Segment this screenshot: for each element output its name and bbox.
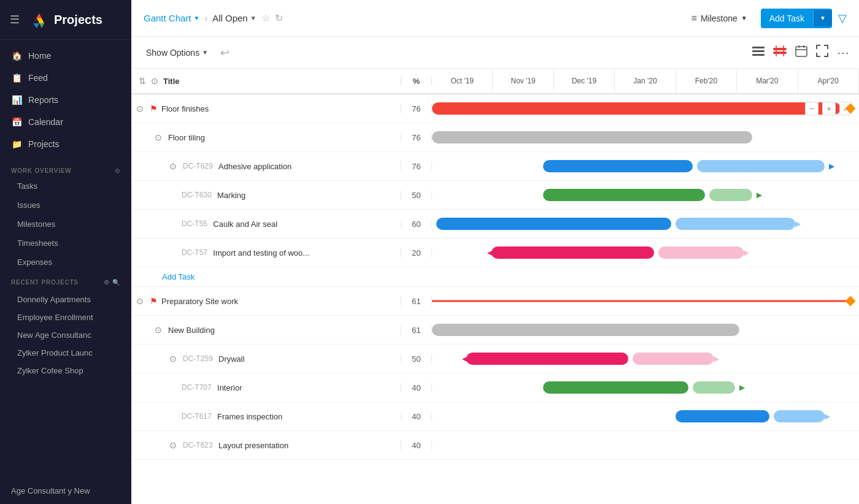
expand-view-icon[interactable] xyxy=(816,45,828,60)
gantt-chart-button[interactable]: Gantt Chart ▼ xyxy=(144,13,199,23)
projects-icon: 📁 xyxy=(11,139,22,149)
svg-rect-3 xyxy=(773,48,787,50)
row-bar: ◀ ▶ xyxy=(432,345,859,373)
nav-calendar[interactable]: 📅 Calendar xyxy=(0,111,131,133)
row-pct: 50 xyxy=(401,191,432,200)
toolbar: Show Options ▼ ↩ ⋯ xyxy=(131,37,859,69)
add-task-button[interactable]: Add Task ▼ xyxy=(761,9,832,28)
sidebar-item-milestones[interactable]: Milestones xyxy=(0,215,131,234)
add-task-row[interactable]: Add Task xyxy=(131,267,859,287)
row-title-new-building: ⊙ New Building xyxy=(131,325,401,335)
nav-projects-label: Projects xyxy=(28,139,60,149)
sidebar-item-expenses[interactable]: Expenses xyxy=(0,253,131,272)
milestone-icon: ≡ xyxy=(691,13,697,24)
flag-icon: ⚑ xyxy=(150,104,158,113)
reports-icon: 📊 xyxy=(11,95,22,105)
sort-icon[interactable]: ⇅ xyxy=(139,76,146,86)
expand-icon[interactable]: ⊙ xyxy=(169,161,179,171)
work-overview-icons: ⊙ xyxy=(115,167,120,174)
task-name: Frames inspection xyxy=(217,412,282,421)
work-overview-section: WORK OVERVIEW ⊙ xyxy=(0,160,131,177)
title-column-header: ⇅ ⊙ Title xyxy=(131,76,401,86)
main-nav: 🏠 Home 📋 Feed 📊 Reports 📅 Calendar 📁 Pro… xyxy=(0,40,131,160)
task-name: Layout presentation xyxy=(218,441,288,450)
expand-icon[interactable]: ⊙ xyxy=(136,104,146,113)
expand-icon[interactable]: ⊙ xyxy=(169,354,179,364)
nav-home[interactable]: 🏠 Home xyxy=(0,45,131,67)
nav-projects[interactable]: 📁 Projects xyxy=(0,133,131,155)
recent-projects-title: RECENT PROJECTS xyxy=(11,279,79,286)
row-bar: ◀ ▶ xyxy=(432,210,859,238)
nav-reports[interactable]: 📊 Reports xyxy=(0,89,131,111)
show-options-button[interactable]: Show Options ▼ xyxy=(141,45,213,60)
sidebar-bottom[interactable]: Age Consultant y New xyxy=(0,480,131,504)
home-icon: 🏠 xyxy=(11,51,22,61)
task-id: DC-T259 xyxy=(183,354,215,363)
project-employee[interactable]: Employee Enrollment xyxy=(0,308,131,326)
nav-calendar-label: Calendar xyxy=(28,117,63,127)
flag-icon: ⚑ xyxy=(150,296,158,306)
main-content: Gantt Chart ▼ › All Open ▼ ☆ ↻ ≡ Milesto… xyxy=(131,0,859,504)
project-zylker-product[interactable]: Zylker Product Launc xyxy=(0,344,131,362)
sidebar: ☰ Projects 🏠 Home 📋 Feed 📊 Reports 📅 Cal… xyxy=(0,0,131,504)
app-title: Projects xyxy=(54,13,102,27)
row-pct: 40 xyxy=(401,441,432,450)
critical-path-icon[interactable] xyxy=(773,45,787,59)
row-title-floor-tiling: ⊙ Floor tiling xyxy=(131,132,401,142)
refresh-icon[interactable]: ↻ xyxy=(275,12,283,24)
row-bar: ▶ xyxy=(432,373,859,402)
show-options-label: Show Options xyxy=(146,48,199,58)
row-pct: 61 xyxy=(401,326,432,335)
expand-icon[interactable]: ⊙ xyxy=(155,325,164,335)
toolbar-right: ⋯ xyxy=(752,45,849,60)
row-pct: 76 xyxy=(401,162,432,171)
task-name: Floor finishes xyxy=(161,104,209,113)
table-row: DC-T57 Import and testing of woo... 20 ◀… xyxy=(131,239,859,267)
task-id: DC-T629 xyxy=(183,162,215,170)
calendar-view-icon[interactable] xyxy=(795,45,807,60)
sidebar-item-timesheets[interactable]: Timesheets xyxy=(0,234,131,253)
all-open-chevron-icon: ▼ xyxy=(250,15,256,21)
more-options-icon[interactable]: ⋯ xyxy=(837,45,849,60)
collapse-rows-icon[interactable] xyxy=(752,45,765,59)
project-zylker-coffee[interactable]: Zylker Cofee Shop xyxy=(0,362,131,380)
nav-feed[interactable]: 📋 Feed xyxy=(0,67,131,89)
svg-rect-2 xyxy=(752,54,765,56)
svg-rect-0 xyxy=(752,47,765,48)
add-task-dropdown-icon[interactable]: ▼ xyxy=(813,10,832,26)
project-donnelly[interactable]: Donnelly Apartments xyxy=(0,291,131,308)
row-title-preparatory: ⊙ ⚑ Preparatory Site work xyxy=(131,296,401,306)
task-name: Preparatory Site work xyxy=(161,297,238,306)
all-open-label: All Open xyxy=(212,13,248,23)
pct-column-header: % xyxy=(401,77,432,86)
expand-icon[interactable]: ⊙ xyxy=(136,296,146,306)
svg-rect-4 xyxy=(773,52,787,54)
gantt-chevron-icon: ▼ xyxy=(194,15,200,21)
filter-icon[interactable]: ▽ xyxy=(838,12,847,25)
task-name: Caulk and Air seal xyxy=(213,220,277,229)
favorite-icon[interactable]: ☆ xyxy=(261,12,270,24)
row-pct: 60 xyxy=(401,220,432,229)
plus-button[interactable]: + xyxy=(822,102,836,115)
milestone-chevron-icon: ▼ xyxy=(741,15,747,21)
sidebar-item-tasks[interactable]: Tasks xyxy=(0,177,131,196)
search-icon[interactable]: 🔍 xyxy=(112,279,120,286)
gantt-header: ⇅ ⊙ Title % Oct '19 Nov '19 Dec '19 Jan … xyxy=(131,69,859,94)
expand-all-icon[interactable]: ⊙ xyxy=(151,76,158,86)
table-row: ⊙ DC-T623 Layout presentation 40 xyxy=(131,431,859,460)
row-bar: ▶ xyxy=(432,402,859,430)
milestone-button[interactable]: ≡ Milestone ▼ xyxy=(684,9,755,28)
filter-icon[interactable]: ⚙ xyxy=(104,279,110,286)
hamburger-icon[interactable]: ☰ xyxy=(10,13,20,26)
row-pct: 61 xyxy=(401,297,432,306)
expand-icon[interactable]: ⊙ xyxy=(169,440,179,450)
undo-icon[interactable]: ↩ xyxy=(220,46,229,59)
project-new-age[interactable]: New Age Consultanc xyxy=(0,326,131,344)
topbar-left: Gantt Chart ▼ › All Open ▼ ☆ ↻ xyxy=(144,12,677,24)
expand-icon[interactable]: ⊙ xyxy=(155,132,164,142)
sidebar-item-issues[interactable]: Issues xyxy=(0,196,131,215)
minus-button[interactable]: − xyxy=(805,102,819,115)
all-open-button[interactable]: All Open ▼ xyxy=(212,13,256,23)
task-name: Adhesive application xyxy=(218,162,291,171)
milestone-label: Milestone xyxy=(701,13,738,23)
